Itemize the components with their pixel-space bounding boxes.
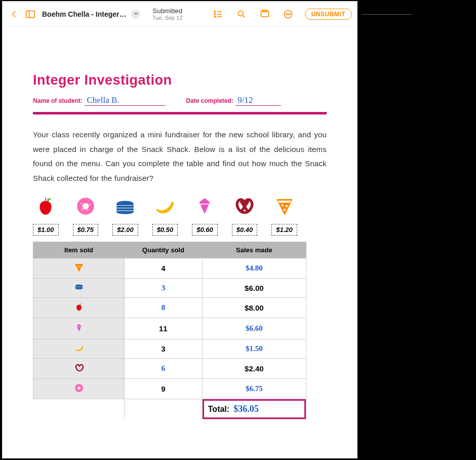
qty-cell: 11	[125, 318, 203, 339]
status-label: Submitted	[152, 7, 183, 15]
qty-cell: 9	[125, 379, 203, 399]
svg-point-15	[289, 14, 290, 15]
col-qty: Quantity sold	[125, 242, 203, 258]
svg-point-32	[77, 387, 81, 390]
svg-point-27	[284, 209, 286, 211]
svg-point-26	[286, 205, 288, 207]
table-row: 4 $4.80	[33, 258, 306, 279]
sales-cell: $1.50	[202, 339, 306, 359]
svg-point-25	[282, 204, 284, 206]
sales-cell: $8.00	[202, 298, 306, 318]
status-date: Tue, Sep 12	[152, 15, 183, 21]
qty-cell: 8	[125, 298, 203, 318]
table-row: 6 $2.40	[33, 359, 306, 379]
menu-item-banana: $0.50	[152, 195, 178, 236]
icecream-icon	[193, 195, 216, 218]
worksheet-title: Integer Investigation	[33, 72, 327, 88]
svg-point-13	[286, 14, 287, 15]
svg-point-14	[288, 14, 289, 15]
table-row: 8 $8.00	[33, 298, 306, 318]
total-value: $36.05	[233, 404, 259, 414]
svg-rect-23	[117, 206, 134, 208]
date-value: 9/12	[235, 95, 281, 106]
banana-icon	[74, 343, 84, 354]
price-apple: $1.00	[33, 224, 59, 236]
worksheet-instructions: Your class recently organized a mini fun…	[33, 128, 327, 185]
price-pizza: $1.20	[271, 224, 297, 236]
qty-cell: 4	[125, 258, 203, 279]
price-pretzel: $0.40	[232, 224, 258, 236]
svg-point-2	[214, 11, 216, 12]
pizza-icon	[273, 195, 296, 218]
banana-icon	[153, 195, 177, 218]
student-name-label: Name of student:	[33, 97, 83, 104]
svg-point-22	[82, 209, 83, 210]
donut-icon	[74, 383, 84, 393]
sales-cell: $6.00	[202, 279, 306, 298]
student-name-value: Chella B.	[85, 95, 166, 106]
document-page: Integer Investigation Name of student: C…	[3, 27, 357, 430]
sales-cell: $6.60	[202, 318, 306, 339]
submission-status: Submitted Tue, Sep 12	[152, 7, 183, 21]
svg-point-20	[89, 204, 91, 206]
date-label: Date completed:	[186, 97, 233, 104]
price-icecream: $0.60	[192, 224, 218, 236]
svg-point-19	[81, 203, 82, 204]
menu-item-pizza: $1.20	[271, 195, 297, 236]
svg-rect-0	[26, 11, 35, 17]
menu-item-pretzel: $0.40	[232, 195, 258, 236]
svg-rect-16	[45, 198, 46, 201]
burger-icon	[113, 195, 137, 218]
svg-point-29	[80, 266, 81, 267]
svg-point-28	[77, 266, 78, 267]
menu-item-icecream: $0.60	[192, 195, 218, 236]
more-icon[interactable]	[282, 8, 295, 21]
price-donut: $0.75	[73, 224, 99, 236]
qty-cell: 3	[125, 279, 203, 298]
document-title: Boehm Chella - Integers I...	[42, 10, 128, 18]
title-dropdown-icon[interactable]	[131, 10, 140, 19]
table-row: 3 $6.00	[33, 279, 306, 298]
back-icon[interactable]	[8, 8, 21, 21]
icecream-icon	[74, 322, 84, 332]
total-box: Total: $36.05	[203, 399, 306, 419]
menu-item-apple: $1.00	[33, 195, 59, 236]
sales-cell: $6.75	[202, 379, 306, 399]
sales-table: Item sold Quantity sold Sales made 4 $4.…	[33, 242, 306, 419]
svg-point-3	[214, 13, 216, 15]
callout-line	[362, 14, 412, 15]
toolbar: Boehm Chella - Integers I... Submitted T…	[3, 2, 357, 27]
apple-icon	[34, 195, 57, 218]
menu-item-burger: $2.00	[112, 195, 138, 236]
menu-items-row: $1.00 $0.75 $2.00 $0.50	[33, 195, 327, 236]
total-label: Total:	[208, 405, 229, 414]
apple-icon	[74, 302, 84, 312]
svg-rect-30	[75, 287, 82, 288]
qty-cell: 3	[125, 339, 203, 359]
sales-cell: $4.80	[202, 258, 306, 279]
divider	[33, 112, 327, 114]
donut-icon	[74, 195, 97, 218]
sales-cell: $2.40	[202, 359, 306, 379]
table-total-row: Total: $36.05	[33, 399, 306, 419]
svg-point-21	[87, 210, 89, 211]
unsubmit-button[interactable]: UNSUBMIT	[305, 9, 352, 20]
pretzel-icon	[233, 195, 256, 218]
presentation-icon[interactable]	[258, 8, 271, 21]
svg-rect-24	[117, 208, 134, 210]
table-row: 11 $6.60	[33, 318, 306, 339]
table-row: 9 $6.75	[33, 379, 306, 399]
burger-icon	[74, 283, 84, 293]
svg-point-4	[214, 16, 216, 17]
list-icon[interactable]	[212, 8, 225, 21]
svg-point-18	[83, 203, 89, 210]
table-row: 3 $1.50	[33, 339, 306, 359]
pretzel-icon	[74, 363, 84, 373]
svg-line-9	[243, 15, 245, 17]
sidebar-icon[interactable]	[24, 8, 37, 21]
price-banana: $0.50	[152, 224, 178, 236]
pizza-icon	[74, 262, 84, 273]
col-sales: Sales made	[202, 242, 306, 258]
search-icon[interactable]	[235, 8, 248, 21]
menu-item-donut: $0.75	[73, 195, 99, 236]
